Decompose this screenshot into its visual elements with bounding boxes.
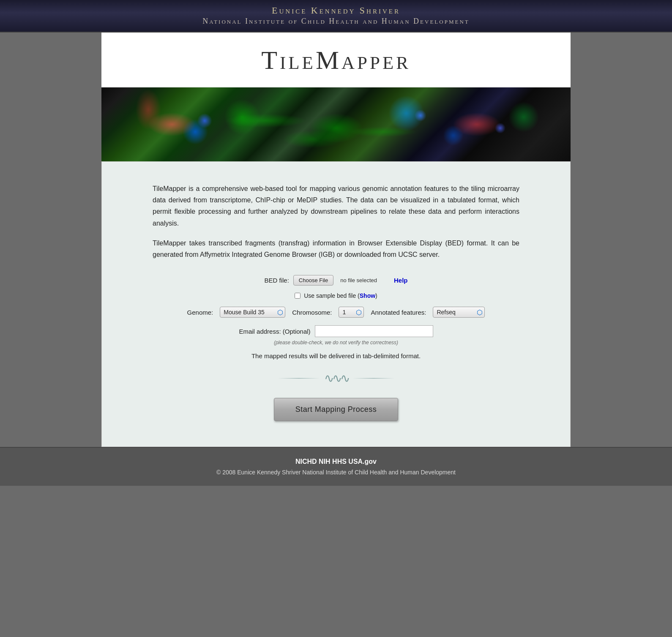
show-link[interactable]: Show <box>360 292 375 299</box>
annotated-features-select-wrapper: Refseq Ensembl UCSC Genes ⬡ <box>433 307 485 318</box>
start-mapping-button[interactable]: Start Mapping Process <box>274 398 399 421</box>
chromosome-label: Chromosome: <box>292 309 332 316</box>
footer: NICHD NIH HHS USA.gov © 2008 Eunice Kenn… <box>0 447 672 486</box>
choose-file-button[interactable]: Choose File <box>293 275 333 286</box>
sample-bed-checkbox[interactable] <box>295 293 300 299</box>
form-section: BED file: Choose File no file selected H… <box>153 275 519 421</box>
copyright: © 2008 Eunice Kennedy Shriver National I… <box>8 469 664 476</box>
chromosome-select[interactable]: 1 2 3 X Y <box>339 307 364 318</box>
annotated-features-label: Annotated features: <box>371 309 426 316</box>
results-note: The mapped results will be delivered in … <box>153 352 519 359</box>
genome-label: Genome: <box>187 309 213 316</box>
gov-header-line2: National Institute of Child Health and H… <box>8 17 664 26</box>
bed-file-row: BED file: Choose File no file selected H… <box>153 275 519 286</box>
divider-line-right <box>352 378 395 378</box>
genome-select[interactable]: Mouse Build 35 Human Build 36 Human Buil… <box>220 307 285 318</box>
sample-checkbox-row: Use sample bed file (Show) <box>153 292 519 299</box>
banner-image <box>101 87 571 161</box>
annotated-features-select[interactable]: Refseq Ensembl UCSC Genes <box>433 307 485 318</box>
description-para2: TileMapper takes transcribed fragments (… <box>153 237 519 260</box>
chromosome-select-wrapper: 1 2 3 X Y ⬡ <box>339 307 364 318</box>
title-area: TileMapper <box>101 33 571 87</box>
email-input[interactable] <box>315 325 433 337</box>
description-para1: TileMapper is a comprehensive web-based … <box>153 183 519 229</box>
email-label: Email address: (Optional) <box>239 328 310 335</box>
genome-select-wrapper: Mouse Build 35 Human Build 36 Human Buil… <box>220 307 285 318</box>
no-file-text: no file selected <box>340 277 377 283</box>
divider-line-left <box>278 378 320 378</box>
sample-checkbox-label: Use sample bed file (Show) <box>304 292 377 299</box>
divider: ∿∿∿ <box>153 371 519 385</box>
bed-file-label: BED file: <box>265 277 289 284</box>
divider-ornament: ∿∿∿ <box>324 371 348 385</box>
gov-header: Eunice Kennedy Shriver National Institut… <box>0 0 672 33</box>
genome-row: Genome: Mouse Build 35 Human Build 36 Hu… <box>153 307 519 318</box>
email-row: Email address: (Optional) <box>153 325 519 337</box>
app-title: TileMapper <box>110 45 562 75</box>
content-area: TileMapper is a comprehensive web-based … <box>101 161 571 447</box>
email-hint: (please double-check, we do not verify t… <box>153 340 519 346</box>
help-link[interactable]: Help <box>394 277 408 284</box>
footer-link[interactable]: NICHD NIH HHS USA.gov <box>8 458 664 466</box>
main-container: TileMapper TileMapper is a comprehensive… <box>101 33 571 447</box>
gov-header-line1: Eunice Kennedy Shriver <box>8 5 664 16</box>
